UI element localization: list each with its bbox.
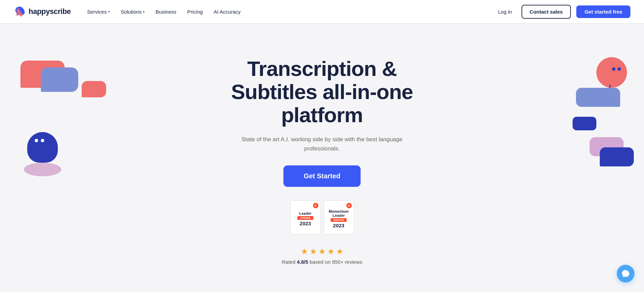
character-right-head — [596, 57, 627, 88]
badge-season-1: SPRING — [297, 216, 313, 220]
g2-logo-1: G — [313, 203, 318, 208]
rating-reviews: 850+ — [332, 259, 344, 265]
badge-season-2: WINTER — [331, 218, 347, 222]
star-3: ★ — [318, 247, 326, 256]
star-5: ★ — [336, 247, 344, 256]
logo-icon — [14, 5, 26, 18]
illustration-left — [14, 57, 102, 180]
badge-year-1: 2023 — [300, 221, 311, 226]
speech-bubble-red-2 — [82, 81, 106, 97]
speech-bubble-right-2 — [573, 117, 596, 130]
hero-title: Transcription & Subtitles all-in-one pla… — [207, 57, 438, 127]
nav-item-pricing[interactable]: Pricing — [183, 6, 207, 17]
navbar-left: happyscribe Services ▾ Solutions ▾ Busin… — [14, 5, 245, 18]
character-base — [24, 163, 61, 176]
logo[interactable]: happyscribe — [14, 5, 71, 18]
speech-bubble-right-1 — [576, 88, 620, 107]
get-started-free-button[interactable]: Get started free — [576, 5, 630, 18]
g2-badge-leader: G Leader SPRING 2023 — [290, 200, 321, 234]
character-eye-right — [41, 139, 44, 142]
badge-year-2: 2023 — [333, 223, 344, 228]
logo-text: happyscribe — [29, 7, 71, 16]
rating-text: Rated 4.8/5 based on 850+ reviews — [207, 259, 438, 265]
rating-stars: ★ ★ ★ ★ ★ — [207, 247, 438, 256]
nav-label-ai-accuracy: AI Accuracy — [214, 9, 241, 15]
hero-content: Transcription & Subtitles all-in-one pla… — [207, 57, 438, 265]
nav-label-business: Business — [155, 9, 176, 15]
character-right-eye-right — [617, 67, 621, 71]
illustration-right — [549, 50, 630, 180]
rating-value: 4.8/5 — [297, 259, 308, 265]
g2-badges: G Leader SPRING 2023 G Momentum Leader W… — [207, 200, 438, 234]
speech-bubble-blue-1 — [41, 67, 78, 92]
support-chat-button[interactable] — [617, 265, 634, 282]
navbar-right: Log in Contact sales Get started free — [494, 5, 630, 19]
nav-item-ai-accuracy[interactable]: AI Accuracy — [210, 6, 245, 17]
nav-label-pricing: Pricing — [187, 9, 203, 15]
speech-bubble-right-4 — [600, 147, 634, 166]
g2-badge-momentum: G Momentum Leader WINTER 2023 — [324, 200, 354, 234]
character-eye-left — [35, 139, 38, 142]
star-2: ★ — [310, 247, 317, 256]
nav-links: Services ▾ Solutions ▾ Business Pricing … — [83, 6, 245, 17]
character-body — [27, 132, 58, 163]
star-4: ★ — [327, 247, 335, 256]
nav-label-solutions: Solutions — [121, 9, 142, 15]
nav-item-services[interactable]: Services ▾ — [83, 6, 114, 17]
nav-label-services: Services — [87, 9, 107, 15]
navbar: happyscribe Services ▾ Solutions ▾ Busin… — [0, 0, 644, 23]
contact-sales-button[interactable]: Contact sales — [522, 5, 571, 19]
hero-section: Transcription & Subtitles all-in-one pla… — [0, 23, 644, 292]
character-left — [24, 122, 65, 176]
hero-subtitle: State of the art A.I. working side by si… — [237, 135, 407, 153]
chat-icon — [621, 269, 630, 278]
g2-logo-2: G — [346, 203, 352, 208]
nav-item-solutions[interactable]: Solutions ▾ — [117, 6, 149, 17]
chevron-down-icon: ▾ — [108, 10, 110, 14]
star-1: ★ — [301, 247, 308, 256]
badge-label-2: Momentum Leader — [327, 209, 351, 217]
badge-label-1: Leader — [299, 211, 311, 215]
nav-item-business[interactable]: Business — [151, 6, 180, 17]
get-started-button[interactable]: Get Started — [283, 165, 361, 187]
chevron-down-icon: ▾ — [143, 10, 145, 14]
login-button[interactable]: Log in — [494, 6, 516, 17]
character-right-eye-left — [612, 67, 615, 71]
